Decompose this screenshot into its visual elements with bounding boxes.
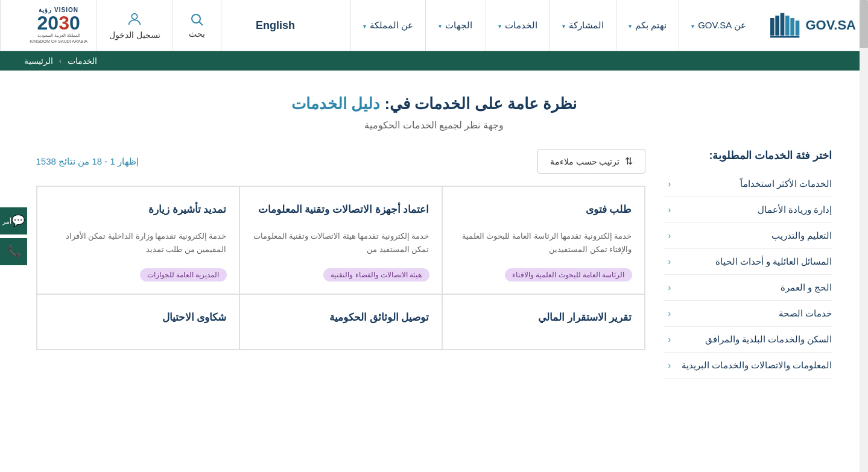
- nav-about-gov-label: عن GOV.SA: [698, 20, 746, 31]
- service-card-1[interactable]: اعتماد أجهزة الاتصالات وتقنية المعلومات …: [239, 186, 442, 294]
- nav-care-label: نهتم بكم: [635, 20, 667, 31]
- phone-icon: 📞: [7, 245, 21, 258]
- gov-logo-icon: [770, 12, 800, 39]
- service-card-2[interactable]: تمديد تأشيرة زيارة خدمة إلكترونية تقدمها…: [37, 186, 239, 294]
- nav-services-label: الخدمات: [505, 20, 537, 31]
- sidebar-item-4[interactable]: الحج و العمرة ‹: [664, 275, 832, 301]
- nav-services-chevron: ▾: [498, 23, 501, 30]
- nav-entities-chevron: ▾: [439, 23, 442, 30]
- services-grid: طلب فتوى خدمة إلكترونية تقدمها الرئاسة ا…: [36, 186, 645, 350]
- chat-widget: 💬 أمر 📞: [0, 207, 27, 265]
- page-title: نظرة عامة على الخدمات في: دليل الخدمات: [36, 95, 832, 113]
- sort-label: ترتيب حسب ملاءمة: [550, 157, 620, 166]
- nav-care[interactable]: نهتم بكم ▾: [616, 0, 679, 51]
- svg-line-8: [200, 22, 203, 26]
- nav-participation-chevron: ▾: [562, 23, 565, 30]
- service-desc-2: خدمة إلكترونية تقدمها وزارة الداخلية تمك…: [49, 230, 227, 256]
- sidebar-item-0[interactable]: الخدمات الأكثر استخداماً ‹: [664, 171, 832, 197]
- sidebar-item-6[interactable]: السكن والخدمات البلدية والمرافق ‹: [664, 327, 832, 353]
- sidebar-title: اختر فئة الخدمات المطلوبة:: [664, 149, 832, 162]
- service-title-0: طلب فتوى: [455, 202, 632, 218]
- services-main: ⇅ ترتيب حسب ملاءمة إظهار 1 - 18 من نتائج…: [36, 149, 645, 379]
- nav-about-gov[interactable]: عن GOV.SA ▾: [679, 0, 758, 51]
- service-card-3[interactable]: تقرير الاستقرار المالي: [442, 294, 645, 350]
- sidebar-item-label-0: الخدمات الأكثر استخداماً: [671, 178, 832, 189]
- sort-control[interactable]: ⇅ ترتيب حسب ملاءمة: [537, 149, 645, 174]
- nav-about-kingdom-label: عن المملكة: [370, 20, 413, 31]
- service-desc-0: خدمة إلكترونية تقدمها الرئاسة العامة للب…: [455, 230, 632, 256]
- sidebar-item-label-6: السكن والخدمات البلدية والمرافق: [671, 334, 832, 345]
- sidebar-item-3[interactable]: المسائل العائلية و أحداث الحياة ‹: [664, 249, 832, 275]
- sidebar-item-2[interactable]: التعليم والتدريب ‹: [664, 223, 832, 249]
- sidebar-item-label-5: خدمات الصحة: [671, 308, 832, 319]
- chevron-icon-1: ‹: [668, 205, 671, 215]
- nav-participation[interactable]: المشاركة ▾: [550, 0, 616, 51]
- scrollbar[interactable]: [860, 0, 868, 403]
- sidebar-item-label-2: التعليم والتدريب: [671, 230, 832, 241]
- header: GOV.SA عن GOV.SA ▾ نهتم بكم ▾ المشاركة ▾: [0, 0, 868, 51]
- sidebar: اختر فئة الخدمات المطلوبة: الخدمات الأكث…: [664, 149, 832, 379]
- main-nav: عن GOV.SA ▾ نهتم بكم ▾ المشاركة ▾ الخدما…: [329, 0, 759, 51]
- service-desc-1: خدمة إلكترونية تقدمها هيئة الاتصالات وتق…: [252, 230, 429, 256]
- chat-phone-button[interactable]: 📞: [0, 238, 27, 265]
- language-label: English: [256, 19, 295, 32]
- service-title-5: شكاوى الاحتيال: [49, 310, 227, 326]
- sidebar-item-1[interactable]: إدارة وريادة الأعمال ‹: [664, 197, 832, 223]
- nav-entities[interactable]: الجهات ▾: [425, 0, 486, 51]
- service-tag-1: هيئة الاتصالات والفضاء والتقنية: [323, 268, 429, 282]
- nav-services[interactable]: الخدمات ▾: [486, 0, 550, 51]
- chevron-icon-0: ‹: [668, 179, 671, 189]
- login-label: تسجيل الدخول: [109, 30, 160, 40]
- content-area: اختر فئة الخدمات المطلوبة: الخدمات الأكث…: [36, 149, 832, 403]
- sort-icon: ⇅: [625, 156, 633, 167]
- svg-point-7: [192, 14, 200, 23]
- nav-about-kingdom-chevron: ▾: [363, 23, 366, 30]
- service-title-4: توصيل الوثائق الحكومية: [252, 310, 429, 326]
- svg-rect-2: [781, 13, 785, 36]
- service-card-4[interactable]: توصيل الوثائق الحكومية: [239, 294, 442, 350]
- gov-logo: GOV.SA: [758, 0, 868, 51]
- logo-2030: 2030: [37, 13, 80, 33]
- controls-row: ⇅ ترتيب حسب ملاءمة إظهار 1 - 18 من نتائج…: [36, 149, 645, 174]
- service-tag-2: المديرية العامة للجوازات: [140, 268, 227, 282]
- scrollbar-thumb[interactable]: [860, 0, 868, 48]
- vision-logo: VISION رؤية 2030 المملكة العربية السعودي…: [0, 0, 97, 51]
- sidebar-item-label-1: إدارة وريادة الأعمال: [671, 204, 832, 215]
- service-card-5[interactable]: شكاوى الاحتيال: [37, 294, 239, 350]
- service-tag-0: الرئاسة العامة للبحوث العلمية والافتاء: [505, 268, 632, 282]
- svg-point-9: [132, 14, 138, 19]
- chat-icon: 💬: [11, 214, 25, 227]
- sidebar-item-5[interactable]: خدمات الصحة ‹: [664, 301, 832, 327]
- nav-care-chevron: ▾: [629, 23, 632, 30]
- svg-rect-6: [770, 36, 799, 38]
- chevron-icon-4: ‹: [668, 283, 671, 292]
- nav-about-kingdom[interactable]: عن المملكة ▾: [350, 0, 425, 51]
- service-title-3: تقرير الاستقرار المالي: [455, 310, 632, 326]
- chat-label: أمر: [2, 218, 11, 225]
- results-count: إظهار 1 - 18 من نتائج 1538: [36, 156, 139, 167]
- login-button[interactable]: تسجيل الدخول: [97, 0, 173, 51]
- chevron-icon-6: ‹: [668, 335, 671, 344]
- page-subtitle: وجهة نظر لجميع الخدمات الحكومية: [36, 119, 832, 131]
- page-title-highlight: دليل الخدمات: [291, 95, 380, 113]
- sidebar-item-label-3: المسائل العائلية و أحداث الحياة: [671, 256, 832, 267]
- svg-rect-4: [791, 18, 795, 36]
- service-card-0[interactable]: طلب فتوى خدمة إلكترونية تقدمها الرئاسة ا…: [442, 186, 645, 294]
- svg-rect-5: [796, 20, 800, 36]
- nav-participation-label: المشاركة: [569, 20, 604, 31]
- service-title-1: اعتماد أجهزة الاتصالات وتقنية المعلومات: [252, 202, 429, 218]
- chat-message-button[interactable]: 💬 أمر: [0, 207, 27, 234]
- search-button[interactable]: بحث: [173, 0, 221, 51]
- sidebar-item-label-7: المعلومات والاتصالات والخدمات البريدية: [671, 360, 832, 371]
- breadcrumb: الخدمات › الرئيسية: [0, 51, 868, 71]
- gov-logo-text: GOV.SA: [805, 17, 856, 33]
- svg-rect-1: [776, 15, 780, 35]
- svg-rect-0: [770, 18, 775, 36]
- sidebar-item-7[interactable]: المعلومات والاتصالات والخدمات البريدية ‹: [664, 353, 832, 379]
- language-toggle[interactable]: English: [221, 0, 329, 51]
- page-title-prefix: نظرة عامة على الخدمات في:: [384, 95, 577, 113]
- breadcrumb-home[interactable]: الرئيسية: [24, 56, 53, 66]
- sidebar-item-label-4: الحج و العمرة: [671, 282, 832, 293]
- user-icon: [126, 11, 143, 28]
- svg-rect-3: [785, 15, 790, 35]
